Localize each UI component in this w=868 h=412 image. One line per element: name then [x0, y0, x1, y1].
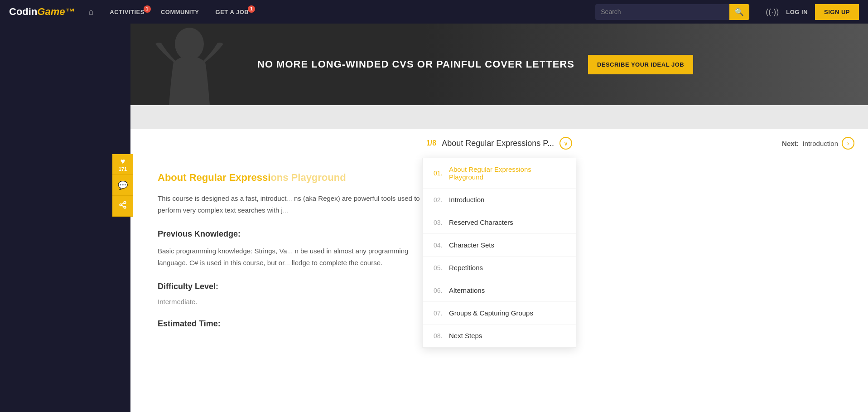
- job-banner: NO MORE LONG-WINDED CVS OR PAINFUL COVER…: [130, 24, 868, 105]
- dropdown-item-7[interactable]: 07.Groups & Capturing Groups: [423, 302, 576, 325]
- comment-button[interactable]: 💬: [112, 175, 133, 196]
- dropdown-item-num: 02.: [434, 196, 444, 204]
- next-button[interactable]: ›: [842, 137, 854, 150]
- svg-point-1: [120, 204, 122, 206]
- community-label: COMMUNITY: [161, 9, 199, 15]
- share-icon: [119, 201, 127, 211]
- search-input[interactable]: [595, 5, 729, 19]
- dropdown-item-5[interactable]: 05.Repetitions: [423, 257, 576, 279]
- describe-job-button[interactable]: DESCRIBE YOUR IDEAL JOB: [588, 55, 693, 74]
- dropdown-item-title: About Regular Expressions Playground: [449, 165, 565, 181]
- svg-point-5: [175, 28, 204, 60]
- course-progress: 1/8: [426, 139, 436, 147]
- activities-label: ACTIVITIES: [110, 9, 145, 15]
- dropdown-item-1[interactable]: 01.About Regular Expressions Playground: [423, 158, 576, 189]
- sidebar-actions: ♥ 171 💬: [112, 154, 133, 217]
- logo-suffix: Game: [37, 6, 65, 18]
- dropdown-item-num: 01.: [434, 170, 444, 177]
- dropdown-item-title: Character Sets: [449, 241, 494, 249]
- home-icon[interactable]: ⌂: [88, 7, 93, 17]
- svg-point-2: [124, 206, 126, 208]
- signup-button[interactable]: SIGN UP: [815, 4, 859, 20]
- nav-right: ((·)) LOG IN SIGN UP: [766, 4, 859, 20]
- person-silhouette: [149, 26, 230, 105]
- dropdown-item-4[interactable]: 04.Character Sets: [423, 234, 576, 257]
- like-icon: ♥: [121, 157, 125, 166]
- dropdown-item-num: 05.: [434, 264, 444, 271]
- dropdown-item-6[interactable]: 06.Alternations: [423, 279, 576, 302]
- get-a-job-label: GET A JOB: [216, 9, 249, 15]
- dropdown-item-num: 03.: [434, 219, 444, 226]
- logo-icon: ™: [66, 7, 75, 17]
- left-sidebar: [0, 24, 130, 412]
- course-dropdown-button[interactable]: ∨: [559, 137, 572, 150]
- dropdown-item-title: Repetitions: [449, 264, 483, 271]
- dropdown-item-num: 07.: [434, 310, 444, 317]
- comment-icon: 💬: [118, 180, 128, 190]
- dropdown-item-num: 04.: [434, 242, 444, 249]
- logo[interactable]: CodinGame™: [9, 6, 75, 18]
- next-label: Next:: [782, 140, 799, 147]
- course-dropdown-menu: 01.About Regular Expressions Playground0…: [422, 158, 576, 348]
- next-title: Introduction: [803, 140, 838, 147]
- logo-prefix: Codin: [9, 6, 37, 18]
- course-nav-center: 1/8 About Regular Expressions P... ∨: [426, 137, 572, 150]
- activities-badge: 1: [144, 5, 151, 13]
- dropdown-item-title: Groups & Capturing Groups: [449, 309, 533, 317]
- login-button[interactable]: LOG IN: [786, 9, 808, 15]
- course-nav-bar: 1/8 About Regular Expressions P... ∨ Nex…: [130, 129, 868, 158]
- like-button[interactable]: ♥ 171: [112, 154, 133, 175]
- dropdown-item-8[interactable]: 08.Next Steps: [423, 325, 576, 347]
- svg-line-3: [121, 205, 124, 207]
- get-a-job-nav[interactable]: GET A JOB 1: [212, 6, 253, 18]
- svg-line-4: [121, 203, 124, 204]
- course-next[interactable]: Next: Introduction ›: [782, 137, 854, 150]
- chevron-right-icon: ›: [847, 140, 849, 147]
- dropdown-item-title: Next Steps: [449, 332, 482, 339]
- dropdown-item-3[interactable]: 03.Reserved Characters: [423, 211, 576, 234]
- community-nav[interactable]: COMMUNITY: [157, 6, 203, 18]
- banner-content: NO MORE LONG-WINDED CVS OR PAINFUL COVER…: [257, 55, 693, 74]
- dropdown-item-title: Alternations: [449, 286, 485, 294]
- dropdown-item-num: 08.: [434, 332, 444, 339]
- search-bar: 🔍: [595, 4, 749, 20]
- navbar: CodinGame™ ⌂ ACTIVITIES 1 COMMUNITY GET …: [0, 0, 868, 24]
- dropdown-item-num: 06.: [434, 287, 444, 294]
- like-count: 171: [119, 166, 127, 172]
- get-a-job-badge: 1: [248, 5, 255, 13]
- search-button[interactable]: 🔍: [729, 4, 749, 20]
- chevron-down-icon: ∨: [564, 140, 568, 147]
- broadcast-icon[interactable]: ((·)): [766, 7, 779, 17]
- dropdown-item-title: Introduction: [449, 196, 484, 204]
- share-button[interactable]: [112, 196, 133, 217]
- activities-nav[interactable]: ACTIVITIES 1: [106, 6, 148, 18]
- banner-person: [130, 24, 248, 105]
- svg-point-0: [124, 202, 126, 204]
- banner-tagline: NO MORE LONG-WINDED CVS OR PAINFUL COVER…: [257, 58, 574, 70]
- dropdown-item-2[interactable]: 02.Introduction: [423, 189, 576, 211]
- main-content: 1/8 About Regular Expressions P... ∨ Nex…: [130, 129, 868, 412]
- course-title: About Regular Expressions P...: [442, 139, 554, 148]
- dropdown-item-title: Reserved Characters: [449, 218, 513, 226]
